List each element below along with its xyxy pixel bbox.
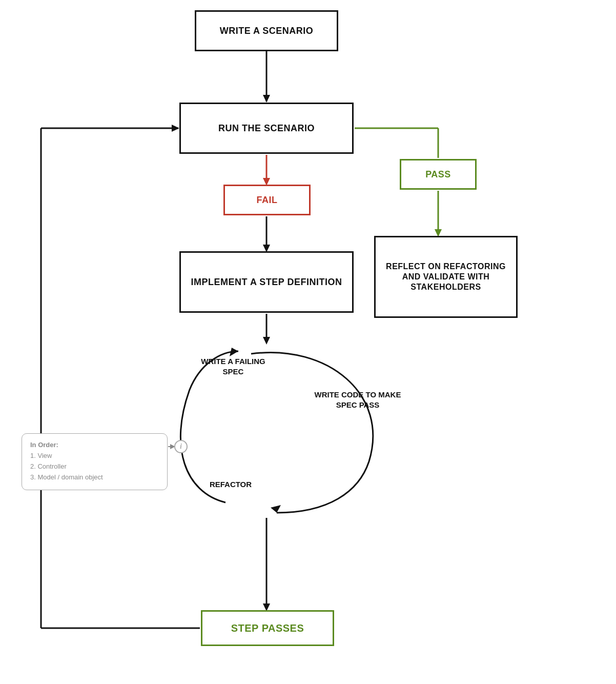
info-title: In Order: (30, 441, 159, 449)
fail-box: FAIL (223, 185, 311, 215)
refactor-label: REFACTOR (200, 479, 261, 490)
step-passes-label: STEP PASSES (231, 622, 304, 635)
diagram-container: WRITE A SCENARIO RUN THE SCENARIO FAIL P… (0, 0, 616, 684)
write-code-text: WRITE CODE TO MAKE SPEC PASS (315, 390, 401, 409)
svg-marker-13 (230, 348, 238, 356)
svg-marker-19 (172, 125, 179, 132)
svg-marker-11 (263, 337, 270, 345)
pass-box: PASS (400, 159, 477, 190)
run-scenario-box: RUN THE SCENARIO (179, 103, 354, 154)
implement-box: IMPLEMENT A STEP DEFINITION (179, 251, 354, 313)
pass-label: PASS (425, 169, 451, 180)
info-item-3: 3. Model / domain object (30, 472, 159, 483)
run-scenario-label: RUN THE SCENARIO (218, 123, 315, 134)
write-code-label: WRITE CODE TO MAKE SPEC PASS (306, 390, 409, 410)
svg-marker-1 (263, 95, 270, 103)
info-item-2: 2. Controller (30, 461, 159, 472)
info-tooltip-box: In Order: 1. View 2. Controller 3. Model… (22, 433, 168, 490)
refactor-text: REFACTOR (210, 480, 252, 489)
write-scenario-label: WRITE A SCENARIO (220, 25, 314, 37)
info-item-1: 1. View (30, 451, 159, 461)
reflect-box: REFLECT ON REFACTORING AND VALIDATE WITH… (374, 236, 518, 318)
info-icon: i (174, 440, 188, 453)
write-scenario-box: WRITE A SCENARIO (195, 10, 338, 51)
reflect-label: REFLECT ON REFACTORING AND VALIDATE WITH… (376, 261, 516, 292)
svg-marker-12 (271, 505, 281, 513)
implement-label: IMPLEMENT A STEP DEFINITION (191, 276, 342, 288)
fail-label: FAIL (257, 194, 278, 206)
step-passes-box: STEP PASSES (201, 610, 334, 646)
failing-spec-label: WRITE A FAILING SPEC (192, 356, 274, 376)
failing-spec-text: WRITE A FAILING SPEC (201, 357, 265, 376)
